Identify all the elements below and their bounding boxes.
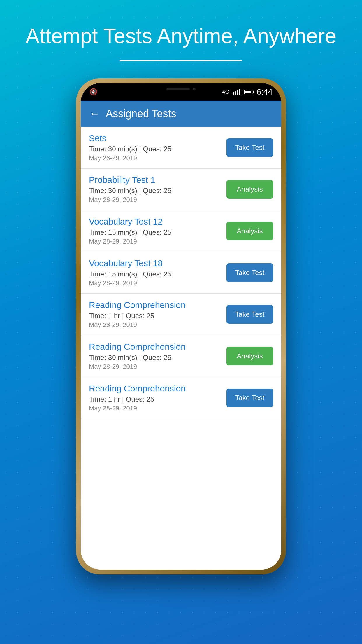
list-item: Reading Comprehension Time: 1 hr | Ques:… [81,377,281,419]
test-details: Time: 15 min(s) | Ques: 25 [89,270,226,278]
phone-inner: 🔇 4G 6:44 ← Assigned Tests [81,83,281,570]
test-name: Reading Comprehension [89,342,226,352]
list-item: Vocabulary Test 18 Time: 15 min(s) | Que… [81,252,281,294]
network-label: 4G [222,89,229,95]
status-bar: 🔇 4G 6:44 [81,83,281,101]
take-test-button[interactable]: Take Test [226,263,273,282]
analysis-button[interactable]: Analysis [226,222,273,240]
test-details: Time: 30 min(s) | Ques: 25 [89,354,226,362]
page-title: Assigned Tests [106,108,176,120]
test-date: May 28-29, 2019 [89,405,226,412]
analysis-button[interactable]: Analysis [226,347,273,365]
test-name: Sets [89,133,226,143]
mute-icon: 🔇 [89,88,97,96]
status-left: 🔇 [89,88,97,96]
app-header: ← Assigned Tests [81,101,281,127]
test-info: Sets Time: 30 min(s) | Ques: 25 May 28-2… [89,133,226,162]
test-date: May 28-29, 2019 [89,238,226,245]
list-item: Sets Time: 30 min(s) | Ques: 25 May 28-2… [81,127,281,169]
take-test-button[interactable]: Take Test [226,138,273,157]
test-details: Time: 1 hr | Ques: 25 [89,312,226,320]
analysis-button[interactable]: Analysis [226,180,273,199]
test-name: Reading Comprehension [89,300,226,310]
hero-title: Attempt Tests Anytime, Anywhere [8,23,354,48]
test-info: Reading Comprehension Time: 30 min(s) | … [89,342,226,370]
test-name: Vocabulary Test 18 [89,258,226,268]
test-date: May 28-29, 2019 [89,279,226,287]
test-name: Vocabulary Test 12 [89,217,226,227]
test-list[interactable]: Sets Time: 30 min(s) | Ques: 25 May 28-2… [81,127,281,570]
notch-bar [166,88,190,90]
list-item: Probability Test 1 Time: 30 min(s) | Que… [81,169,281,210]
test-date: May 28-29, 2019 [89,196,226,204]
test-date: May 28-29, 2019 [89,363,226,370]
test-info: Reading Comprehension Time: 1 hr | Ques:… [89,384,226,412]
test-info: Vocabulary Test 18 Time: 15 min(s) | Que… [89,258,226,287]
back-button[interactable]: ← [89,108,100,120]
test-info: Vocabulary Test 12 Time: 15 min(s) | Que… [89,217,226,245]
take-test-button[interactable]: Take Test [226,388,273,407]
test-date: May 28-29, 2019 [89,321,226,329]
test-date: May 28-29, 2019 [89,154,226,162]
notch-dot [193,88,196,90]
test-info: Probability Test 1 Time: 30 min(s) | Que… [89,175,226,204]
test-details: Time: 30 min(s) | Ques: 25 [89,187,226,195]
test-details: Time: 1 hr | Ques: 25 [89,395,226,403]
test-info: Reading Comprehension Time: 1 hr | Ques:… [89,300,226,329]
test-name: Probability Test 1 [89,175,226,185]
test-details: Time: 30 min(s) | Ques: 25 [89,145,226,153]
battery-fill [245,91,251,93]
test-name: Reading Comprehension [89,384,226,393]
status-right: 4G 6:44 [222,87,273,97]
hero-divider [120,60,242,61]
status-time: 6:44 [257,87,273,97]
list-item: Reading Comprehension Time: 1 hr | Ques:… [81,294,281,335]
app-screen: ← Assigned Tests Sets Time: 30 min(s) | … [81,101,281,570]
list-item: Vocabulary Test 12 Time: 15 min(s) | Que… [81,210,281,252]
battery-icon [244,90,253,94]
test-details: Time: 15 min(s) | Ques: 25 [89,228,226,237]
take-test-button[interactable]: Take Test [226,305,273,324]
notch [152,83,210,95]
list-item: Reading Comprehension Time: 30 min(s) | … [81,335,281,377]
signal-bars [233,89,240,95]
phone-frame: 🔇 4G 6:44 ← Assigned Tests [76,78,286,574]
